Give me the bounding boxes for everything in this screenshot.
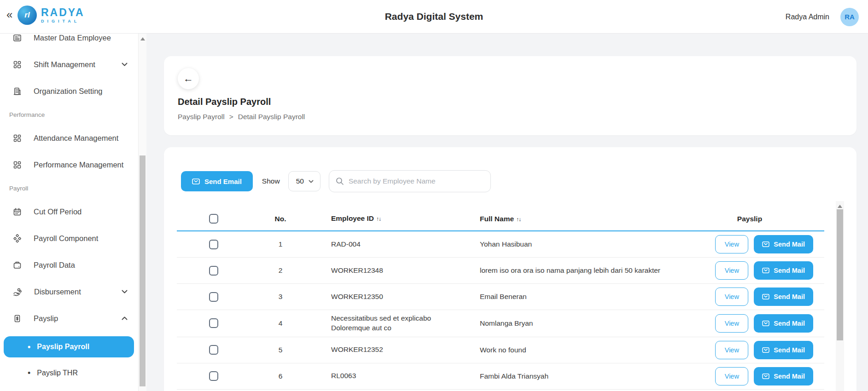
view-button[interactable]: View bbox=[715, 314, 748, 333]
cell-full-name: Yohan Hasibuan bbox=[462, 240, 686, 248]
sidebar-item-organization-setting[interactable]: Organization Setting bbox=[0, 78, 138, 104]
envelope-icon bbox=[762, 241, 769, 247]
scroll-up-arrow-icon[interactable] bbox=[140, 37, 145, 40]
employee-table: No. Employee ID↑↓ Full Name↑↓ Payslip 1 … bbox=[177, 207, 824, 390]
topbar: « rl RADYA DIGITAL Radya Digital System … bbox=[0, 0, 868, 34]
bullet-icon: • bbox=[28, 343, 30, 351]
scrollbar-thumb[interactable] bbox=[140, 155, 146, 386]
toolbar: Send Email Show 50 bbox=[164, 170, 856, 192]
page-header-card: ← Detail Payslip Payroll Payslip Payroll… bbox=[164, 56, 856, 135]
document-icon bbox=[13, 34, 22, 42]
send-email-button[interactable]: Send Email bbox=[181, 171, 253, 191]
sidebar-item-label: Payslip bbox=[34, 314, 110, 323]
cell-full-name: Email Beneran bbox=[462, 293, 686, 301]
sidebar-item-payroll-data[interactable]: Payroll Data bbox=[0, 252, 138, 278]
sidebar-item-label: Master Data Employee bbox=[34, 34, 128, 42]
breadcrumb: Payslip Payroll > Detail Payslip Payroll bbox=[178, 113, 843, 121]
cell-employee-id: WORKER12350 bbox=[310, 292, 462, 302]
sidebar-item-payroll-component[interactable]: Payroll Component bbox=[0, 225, 138, 252]
sidebar-item-label: Payroll Data bbox=[34, 261, 128, 270]
view-button[interactable]: View bbox=[715, 341, 748, 359]
row-checkbox[interactable] bbox=[209, 240, 218, 249]
breadcrumb-parent[interactable]: Payslip Payroll bbox=[178, 113, 225, 121]
breadcrumb-separator: > bbox=[229, 113, 233, 121]
show-label: Show bbox=[262, 177, 280, 185]
cell-employee-id: RAD-004 bbox=[310, 240, 462, 249]
sidebar-item-master-data-employee[interactable]: Master Data Employee bbox=[0, 34, 138, 51]
cell-no: 5 bbox=[250, 346, 310, 354]
grid-icon bbox=[13, 161, 22, 169]
sidebar-item-shift-management[interactable]: Shift Management bbox=[0, 51, 138, 78]
sidebar-section-payroll: Payroll bbox=[0, 178, 138, 198]
column-header-full-name[interactable]: Full Name↑↓ bbox=[462, 215, 686, 223]
chevron-down-icon bbox=[309, 180, 314, 183]
scroll-up-arrow-icon[interactable] bbox=[838, 205, 842, 208]
column-header-employee-id[interactable]: Employee ID↑↓ bbox=[310, 214, 462, 224]
view-button[interactable]: View bbox=[715, 288, 748, 306]
sidebar-item-attendance-management[interactable]: Attendance Management bbox=[0, 125, 138, 151]
sidebar-item-label: Attendance Management bbox=[34, 134, 128, 143]
sidebar-section-performance: Performance bbox=[0, 104, 138, 125]
envelope-icon bbox=[762, 347, 769, 353]
sort-icon[interactable]: ↑↓ bbox=[516, 216, 521, 223]
send-mail-button[interactable]: Send Mail bbox=[754, 367, 813, 385]
sidebar-item-label: Disbursement bbox=[34, 288, 110, 296]
send-mail-button[interactable]: Send Mail bbox=[754, 235, 813, 253]
scrollbar-thumb[interactable] bbox=[837, 209, 843, 340]
cell-full-name: Fambi Alda Triansyah bbox=[462, 372, 686, 380]
row-checkbox[interactable] bbox=[209, 266, 218, 276]
sidebar-subitem-label: Payslip Payroll bbox=[37, 343, 89, 351]
avatar[interactable]: RA bbox=[840, 8, 859, 26]
view-button[interactable]: View bbox=[715, 367, 748, 385]
envelope-icon bbox=[762, 320, 769, 327]
cell-no: 3 bbox=[250, 293, 310, 301]
search-icon bbox=[336, 177, 344, 185]
main-content: ← Detail Payslip Payroll Payslip Payroll… bbox=[146, 34, 868, 391]
cell-employee-id: WORKER12348 bbox=[310, 266, 462, 276]
table-scrollbar[interactable] bbox=[836, 201, 844, 391]
sidebar-item-performance-management[interactable]: Performance Management bbox=[0, 151, 138, 178]
page-size-select[interactable]: 50 bbox=[288, 171, 320, 191]
table-header-row: No. Employee ID↑↓ Full Name↑↓ Payslip bbox=[177, 207, 824, 231]
cell-no: 6 bbox=[250, 372, 310, 380]
cell-no: 1 bbox=[250, 240, 310, 248]
hand-coins-icon bbox=[13, 288, 22, 296]
building-icon bbox=[13, 87, 22, 96]
sidebar-subitem-payslip-payroll[interactable]: • Payslip Payroll bbox=[4, 336, 134, 357]
cell-no: 4 bbox=[250, 319, 310, 328]
sidebar-item-payslip[interactable]: Payslip bbox=[0, 305, 138, 332]
sidebar-subitem-label: Payslip THR bbox=[37, 369, 78, 377]
row-checkbox[interactable] bbox=[209, 292, 218, 302]
table-row: 3 WORKER12350 Email Beneran View Send Ma… bbox=[177, 284, 824, 310]
view-button[interactable]: View bbox=[715, 235, 748, 253]
sidebar-subitem-payslip-thr[interactable]: • Payslip THR bbox=[4, 363, 134, 383]
row-checkbox[interactable] bbox=[209, 318, 218, 328]
cell-full-name: lorem iso ora ora iso nama panjang lebih… bbox=[462, 266, 686, 275]
diamonds-icon bbox=[13, 234, 22, 243]
send-mail-button[interactable]: Send Mail bbox=[754, 261, 813, 280]
send-mail-button[interactable]: Send Mail bbox=[754, 341, 813, 359]
sort-icon[interactable]: ↑↓ bbox=[376, 216, 381, 222]
sidebar-scrollbar[interactable] bbox=[138, 34, 146, 391]
sidebar-item-disbursement[interactable]: Disbursement bbox=[0, 278, 138, 305]
view-button[interactable]: View bbox=[715, 261, 748, 280]
back-button[interactable]: ← bbox=[178, 68, 199, 89]
select-all-checkbox[interactable] bbox=[209, 214, 218, 224]
breadcrumb-current: Detail Payslip Payroll bbox=[238, 113, 305, 121]
search-input[interactable] bbox=[349, 177, 484, 185]
cell-full-name: Nomlanga Bryan bbox=[462, 319, 686, 328]
cell-no: 2 bbox=[250, 266, 310, 275]
envelope-icon bbox=[762, 267, 769, 274]
user-name: Radya Admin bbox=[786, 13, 829, 21]
receipt-icon bbox=[13, 314, 22, 323]
row-checkbox[interactable] bbox=[209, 371, 218, 381]
user-menu: Radya Admin RA bbox=[786, 0, 859, 34]
sidebar-item-cut-off-period[interactable]: Cut Off Period bbox=[0, 198, 138, 225]
row-checkbox[interactable] bbox=[209, 345, 218, 355]
envelope-icon bbox=[762, 293, 769, 300]
grid-icon bbox=[13, 60, 22, 69]
send-mail-button[interactable]: Send Mail bbox=[754, 288, 813, 306]
envelope-icon bbox=[192, 178, 200, 185]
send-mail-button[interactable]: Send Mail bbox=[754, 314, 813, 333]
wallet-icon bbox=[13, 261, 22, 270]
